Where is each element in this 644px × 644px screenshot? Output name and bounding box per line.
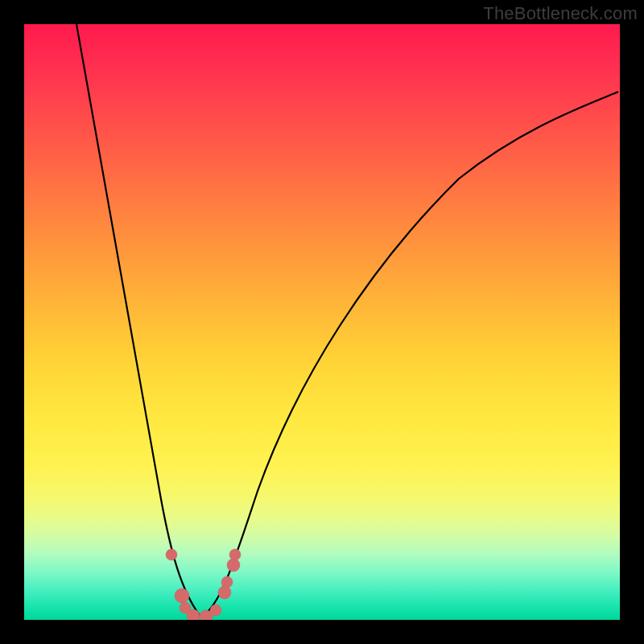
watermark-text: TheBottleneck.com <box>483 3 638 24</box>
dot <box>218 586 231 599</box>
plot-frame <box>24 24 620 620</box>
dot <box>227 559 240 572</box>
data-dots <box>166 549 241 620</box>
dot <box>175 588 189 603</box>
curve-right-branch <box>201 92 618 617</box>
dot <box>221 576 233 588</box>
dot <box>210 605 221 616</box>
curve-left-branch <box>76 24 201 617</box>
dot <box>187 609 200 620</box>
dot <box>166 549 177 560</box>
dot <box>229 549 241 560</box>
bottleneck-curve <box>24 24 620 620</box>
